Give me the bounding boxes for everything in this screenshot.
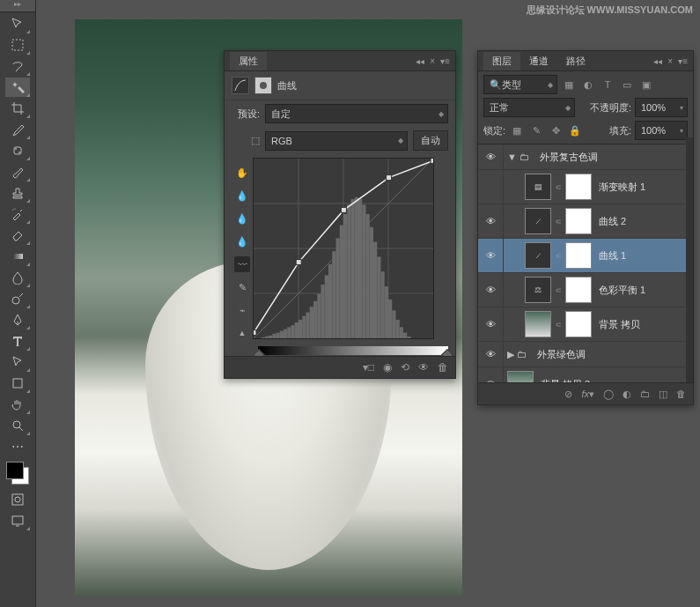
clip-icon[interactable]: ▾□: [363, 361, 374, 374]
opacity-input[interactable]: 100%▾: [635, 98, 688, 117]
add-mask-icon[interactable]: ◯: [603, 389, 614, 400]
mask-thumb[interactable]: [565, 242, 592, 269]
stamp-tool[interactable]: [5, 183, 30, 203]
filter-type-icon[interactable]: T: [600, 77, 615, 93]
visibility-toggle[interactable]: [478, 170, 504, 204]
pen-tool[interactable]: [5, 310, 30, 329]
path-select-tool[interactable]: [5, 352, 30, 372]
panel-close-icon[interactable]: ×: [667, 56, 673, 66]
fill-input[interactable]: 100%▾: [635, 121, 688, 140]
mask-thumb[interactable]: [565, 208, 592, 234]
layer-name[interactable]: 渐变映射 1: [599, 181, 645, 194]
blur-tool[interactable]: [5, 268, 30, 287]
visibility-toggle[interactable]: 👁: [478, 204, 504, 238]
input-slider[interactable]: [258, 346, 448, 355]
curve-edit-icon[interactable]: 〰: [234, 256, 250, 272]
edit-toolbar[interactable]: ⋯: [5, 437, 30, 456]
hand-tool[interactable]: [5, 395, 30, 414]
filter-smart-icon[interactable]: ▣: [638, 77, 654, 93]
lock-pixel-icon[interactable]: ✎: [528, 122, 544, 138]
quickmask-toggle[interactable]: [5, 490, 30, 509]
eyedrop-white-icon[interactable]: 💧: [234, 233, 250, 249]
smooth-icon[interactable]: ⌁: [234, 302, 250, 318]
type-tool[interactable]: [5, 331, 30, 351]
panel-close-icon[interactable]: ×: [430, 56, 435, 66]
mask-thumb[interactable]: [565, 277, 592, 303]
mask-thumb[interactable]: [565, 174, 592, 200]
gradient-tool[interactable]: [5, 247, 30, 266]
marquee-tool[interactable]: [5, 35, 30, 55]
lasso-tool[interactable]: [5, 56, 30, 76]
preset-select[interactable]: 自定◆: [265, 104, 448, 123]
channel-icon[interactable]: ⬚: [232, 135, 260, 146]
layer-name[interactable]: 外景复古色调: [540, 151, 598, 164]
layer-name[interactable]: 背景 拷贝: [599, 318, 640, 331]
layer-row[interactable]: ▤⊂渐变映射 1: [478, 170, 692, 204]
tab-paths[interactable]: 路径: [557, 52, 594, 70]
pencil-edit-icon[interactable]: ✎: [234, 279, 250, 295]
panel-collapse-icon[interactable]: ◂◂: [653, 56, 662, 66]
tab-channels[interactable]: 通道: [520, 52, 557, 70]
new-layer-icon[interactable]: ◫: [659, 389, 667, 400]
panel-menu-icon[interactable]: ▾≡: [440, 56, 450, 66]
layer-name[interactable]: 色彩平衡 1: [599, 284, 645, 297]
tab-layers[interactable]: 图层: [483, 52, 520, 70]
crop-tool[interactable]: [5, 99, 30, 118]
blend-mode-select[interactable]: 正常◆: [483, 98, 575, 117]
layer-row[interactable]: 👁⊂背景 拷贝: [478, 307, 692, 342]
layer-row[interactable]: 👁⟋⊂曲线 1: [478, 239, 692, 273]
screenmode-toggle[interactable]: [5, 511, 30, 530]
new-group-icon[interactable]: 🗀: [640, 389, 650, 399]
history-brush-tool[interactable]: [5, 204, 30, 224]
layer-row[interactable]: 👁⟋⊂曲线 2: [478, 204, 692, 239]
mask-icon[interactable]: [254, 77, 272, 94]
panel-menu-icon[interactable]: ▾≡: [678, 56, 688, 66]
eyedrop-black-icon[interactable]: 💧: [234, 188, 250, 204]
filter-pixel-icon[interactable]: ▦: [561, 77, 577, 93]
reset-icon[interactable]: ⟲: [401, 361, 409, 374]
layer-name[interactable]: 曲线 1: [599, 249, 626, 263]
prev-state-icon[interactable]: ◉: [383, 361, 392, 374]
eyedropper-tool[interactable]: [5, 120, 30, 139]
layer-row[interactable]: 👁▼ 🗀外景复古色调: [478, 144, 692, 170]
fx-icon[interactable]: fx▾: [581, 389, 594, 400]
visibility-toggle[interactable]: 👁: [478, 342, 504, 366]
scrollbar[interactable]: [686, 137, 693, 382]
toolbar-collapse[interactable]: ▸▸: [0, 0, 35, 12]
delete-layer-icon[interactable]: 🗑: [676, 389, 686, 399]
delete-adj-icon[interactable]: 🗑: [438, 361, 448, 374]
curves-graph[interactable]: [253, 158, 434, 339]
lock-all-icon[interactable]: 🔒: [567, 122, 583, 138]
dodge-tool[interactable]: [5, 289, 30, 308]
toggle-vis-icon[interactable]: 👁: [418, 361, 429, 374]
brush-tool[interactable]: [5, 162, 30, 181]
move-tool[interactable]: [5, 14, 30, 33]
layer-row[interactable]: 👁▶ 🗀外景绿色调: [478, 342, 692, 367]
visibility-toggle[interactable]: 👁: [478, 307, 504, 341]
new-adj-icon[interactable]: ◐: [623, 389, 631, 400]
layer-row[interactable]: 👁⚖⊂色彩平衡 1: [478, 273, 692, 307]
shape-tool[interactable]: [5, 374, 30, 393]
eyedrop-gray-icon[interactable]: 💧: [234, 211, 250, 226]
layer-name[interactable]: 曲线 2: [599, 215, 626, 228]
auto-button[interactable]: 自动: [413, 130, 448, 151]
link-layers-icon[interactable]: ⊘: [564, 389, 572, 400]
filter-adj-icon[interactable]: ◐: [580, 77, 596, 93]
channel-select[interactable]: RGB◆: [265, 131, 408, 151]
visibility-toggle[interactable]: 👁: [478, 144, 504, 169]
visibility-toggle[interactable]: 👁: [478, 239, 504, 272]
histogram-scale-icon[interactable]: ▲: [234, 325, 250, 341]
wand-tool[interactable]: [5, 78, 30, 97]
color-swatch[interactable]: [4, 460, 31, 486]
panel-collapse-icon[interactable]: ◂◂: [416, 56, 424, 66]
sample-icon[interactable]: ✋: [234, 165, 250, 181]
lock-trans-icon[interactable]: ▦: [509, 122, 525, 138]
zoom-tool[interactable]: [5, 416, 30, 435]
lock-pos-icon[interactable]: ✥: [548, 122, 564, 138]
filter-kind-select[interactable]: 🔍 类型◆: [483, 75, 557, 94]
layer-name[interactable]: 外景绿色调: [537, 348, 586, 361]
filter-shape-icon[interactable]: ▭: [619, 77, 635, 93]
mask-thumb[interactable]: [565, 311, 592, 337]
visibility-toggle[interactable]: 👁: [478, 273, 504, 307]
heal-tool[interactable]: [5, 141, 30, 160]
